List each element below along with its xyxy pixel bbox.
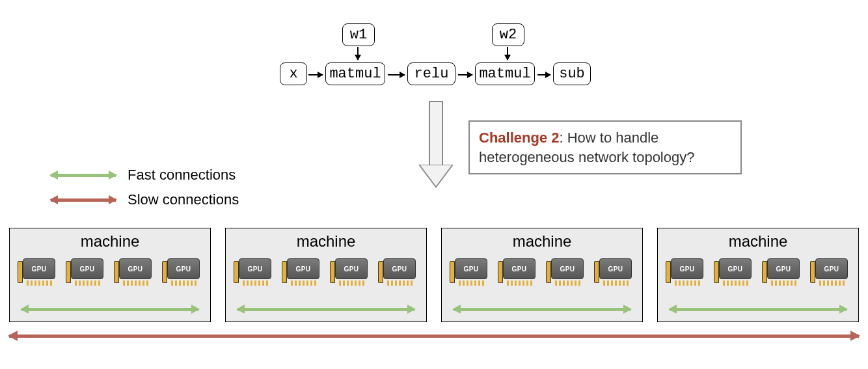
gpu-row: GPU GPU GPU GPU bbox=[450, 256, 634, 288]
node-w1: w1 bbox=[342, 23, 375, 46]
challenge-box: Challenge 2: How to handle heterogeneous… bbox=[468, 120, 742, 174]
legend-slow: Slow connections bbox=[51, 187, 239, 212]
machine-label: machine bbox=[513, 232, 572, 251]
gpu-icon: GPU bbox=[666, 256, 706, 288]
machines-row: machine GPU GPU GPU GPU machine GPU GPU … bbox=[9, 228, 859, 322]
arrow-x-matmul1 bbox=[308, 74, 323, 75]
challenge-title: Challenge 2 bbox=[479, 130, 559, 146]
fast-connection-bar bbox=[670, 308, 847, 311]
gpu-row: GPU GPU GPU GPU bbox=[18, 256, 202, 288]
gpu-icon: GPU bbox=[546, 256, 586, 288]
machine-label: machine bbox=[81, 232, 140, 251]
machine-label: machine bbox=[729, 232, 788, 251]
node-relu: relu bbox=[407, 62, 455, 85]
legend-slow-label: Slow connections bbox=[128, 191, 239, 208]
legend-fast-label: Fast connections bbox=[128, 167, 236, 184]
legend-fast: Fast connections bbox=[51, 163, 239, 187]
gpu-icon: GPU bbox=[282, 256, 322, 288]
node-x: x bbox=[280, 62, 307, 85]
gpu-icon: GPU bbox=[234, 256, 274, 288]
gpu-icon: GPU bbox=[762, 256, 802, 288]
gpu-icon: GPU bbox=[66, 256, 106, 288]
legend: Fast connections Slow connections bbox=[51, 163, 239, 212]
fast-connection-bar bbox=[21, 308, 198, 311]
fast-connection-bar bbox=[237, 308, 414, 311]
arrow-w2-matmul2 bbox=[507, 47, 508, 60]
gpu-icon: GPU bbox=[330, 256, 370, 288]
gpu-row: GPU GPU GPU GPU bbox=[234, 256, 418, 288]
gpu-icon: GPU bbox=[18, 256, 58, 288]
gpu-icon: GPU bbox=[378, 256, 418, 288]
legend-fast-icon bbox=[51, 174, 116, 177]
node-sub: sub bbox=[553, 62, 591, 85]
computation-graph: x matmul w1 relu matmul w2 sub bbox=[280, 23, 625, 95]
machine: machine GPU GPU GPU GPU bbox=[225, 228, 427, 322]
gpu-icon: GPU bbox=[594, 256, 634, 288]
gpu-icon: GPU bbox=[714, 256, 754, 288]
machine: machine GPU GPU GPU GPU bbox=[441, 228, 643, 322]
gpu-icon: GPU bbox=[498, 256, 538, 288]
legend-slow-icon bbox=[51, 198, 116, 202]
machine: machine GPU GPU GPU GPU bbox=[9, 228, 211, 322]
node-matmul2: matmul bbox=[475, 62, 535, 85]
gpu-icon: GPU bbox=[450, 256, 490, 288]
gpu-icon: GPU bbox=[162, 256, 202, 288]
machine: machine GPU GPU GPU GPU bbox=[657, 228, 859, 322]
arrow-relu-matmul2 bbox=[458, 74, 472, 75]
gpu-row: GPU GPU GPU GPU bbox=[666, 256, 850, 288]
gpu-icon: GPU bbox=[810, 256, 850, 288]
node-matmul1: matmul bbox=[325, 62, 385, 85]
node-w2: w2 bbox=[492, 23, 524, 46]
slow-connection-bar bbox=[9, 335, 859, 338]
gpu-icon: GPU bbox=[114, 256, 154, 288]
arrow-matmul1-relu bbox=[388, 74, 405, 75]
arrow-w1-matmul1 bbox=[357, 47, 359, 60]
arrow-matmul2-sub bbox=[537, 74, 550, 75]
fast-connection-bar bbox=[454, 308, 631, 311]
machine-label: machine bbox=[297, 232, 356, 251]
mapping-arrow bbox=[426, 101, 446, 189]
